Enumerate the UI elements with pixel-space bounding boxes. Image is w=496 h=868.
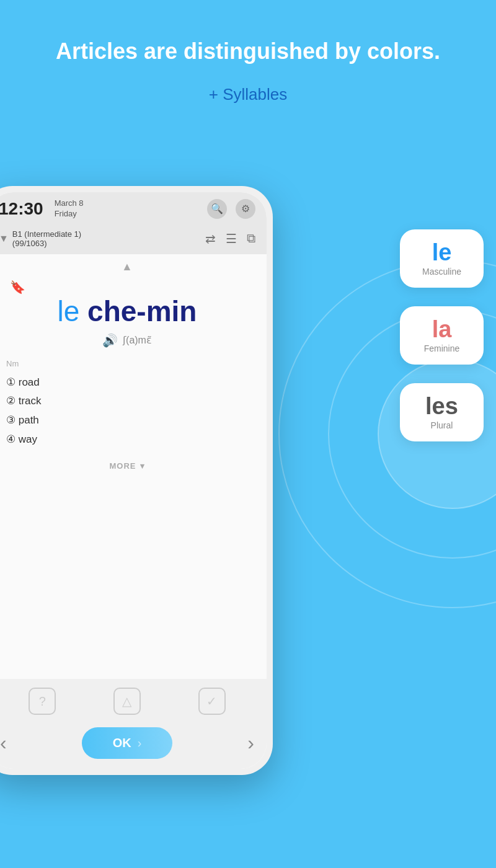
article-la-desc: Feminine xyxy=(422,343,461,353)
level-label: B1 (Intermediate 1) xyxy=(12,229,81,239)
article-bubble-feminine: la Feminine xyxy=(400,306,484,365)
ok-label: OK xyxy=(113,736,131,750)
speaker-icon[interactable]: 🔊 xyxy=(102,333,118,348)
settings-icon[interactable]: ⚙ xyxy=(236,199,255,219)
status-time: 12:30 xyxy=(0,199,43,219)
word-article: le xyxy=(58,295,80,327)
articles-panel: le Masculine la Feminine les Plural xyxy=(400,229,484,441)
hero-title: Articles are distinguished by colors. xyxy=(0,0,496,79)
prev-arrow-icon[interactable]: ‹ xyxy=(0,732,7,755)
more-label: MORE xyxy=(110,461,136,471)
pos-label: Nm xyxy=(6,359,19,368)
word-main: che-min xyxy=(87,295,197,327)
phone-mockup: 12:30 March 8 Friday 🔍 ⚙ ▼ B1 (Intermedi… xyxy=(0,186,285,787)
word-display: le che-min xyxy=(58,294,197,328)
status-date-line1: March 8 xyxy=(55,198,84,209)
hero-subtitle: + Syllables xyxy=(0,79,496,123)
definition-2: ② track xyxy=(6,392,42,411)
article-le-label: le xyxy=(422,241,461,264)
pronunciation-text: ʃ(a)mɛ̃ xyxy=(123,334,152,346)
pronunciation-row: 🔊 ʃ(a)mɛ̃ xyxy=(102,333,152,348)
next-arrow-icon[interactable]: › xyxy=(247,732,254,755)
nav-bar: ‹ OK › › xyxy=(0,721,267,769)
article-la-label: la xyxy=(422,317,461,341)
definitions-list: ① road ② track ③ path ④ way xyxy=(6,373,42,449)
question-action-button[interactable]: ? xyxy=(29,688,56,715)
bookmark-icon[interactable]: 🔖 xyxy=(10,280,25,294)
flip-icon[interactable]: ⇄ xyxy=(205,231,216,246)
view-icon[interactable]: ⧉ xyxy=(247,231,255,246)
word-card: ▲ 🔖 le che-min 🔊 ʃ(a)mɛ̃ Nm ① road ② tra… xyxy=(0,254,267,679)
progress-label: (99/1063) xyxy=(12,239,81,248)
status-date-line2: Friday xyxy=(55,209,84,219)
check-action-button[interactable]: ✓ xyxy=(198,688,226,715)
ok-next-icon: › xyxy=(138,736,142,750)
action-bar: ? △ ✓ xyxy=(0,679,267,721)
dropdown-arrow-icon[interactable]: ▼ xyxy=(0,233,9,244)
menu-icon[interactable]: ☰ xyxy=(226,231,237,246)
chevron-up-icon: ▲ xyxy=(122,260,133,273)
definition-1: ① road xyxy=(6,373,42,392)
search-icon[interactable]: 🔍 xyxy=(207,199,227,219)
more-button[interactable]: MORE ▾ xyxy=(110,461,145,471)
article-les-desc: Plural xyxy=(422,420,461,430)
status-bar: 12:30 March 8 Friday 🔍 ⚙ xyxy=(0,192,267,226)
hint-action-button[interactable]: △ xyxy=(113,688,141,715)
definition-4: ④ way xyxy=(6,430,42,450)
article-le-desc: Masculine xyxy=(422,267,461,277)
article-bubble-masculine: le Masculine xyxy=(400,229,484,288)
toolbar: ▼ B1 (Intermediate 1) (99/1063) ⇄ ☰ ⧉ xyxy=(0,226,267,254)
definition-3: ③ path xyxy=(6,411,42,430)
ok-button[interactable]: OK › xyxy=(82,727,173,759)
article-les-label: les xyxy=(422,394,461,418)
article-bubble-plural: les Plural xyxy=(400,383,484,441)
more-chevron-icon: ▾ xyxy=(140,461,145,471)
